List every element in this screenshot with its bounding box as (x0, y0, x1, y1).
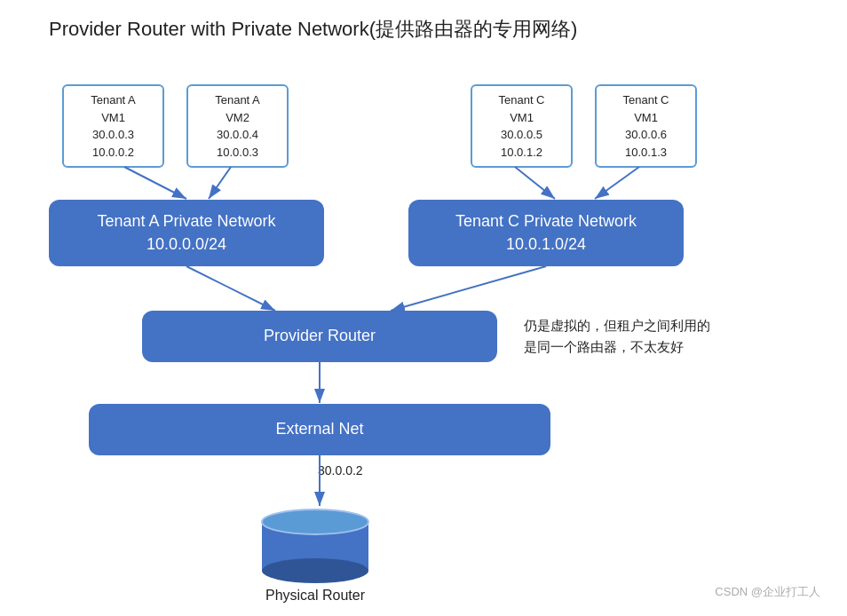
svg-line-11 (391, 266, 546, 311)
page-title: Provider Router with Private Network(提供路… (49, 16, 577, 43)
external-net: External Net (89, 404, 550, 455)
provider-router: Provider Router (142, 311, 497, 362)
ip-label: 30.0.0.2 (318, 463, 363, 478)
annotation: 仍是虚拟的，但租户之间利用的 是同一个路由器，不太友好 (524, 315, 710, 358)
svg-line-10 (186, 266, 275, 311)
vm-a2: Tenant AVM230.0.0.410.0.0.3 (186, 84, 289, 168)
svg-line-7 (209, 167, 231, 199)
net-a: Tenant A Private Network10.0.0.0/24 (49, 200, 324, 266)
svg-line-8 (515, 167, 555, 199)
svg-line-6 (124, 167, 186, 199)
vm-c1: Tenant CVM130.0.0.510.0.1.2 (471, 84, 573, 168)
watermark: CSDN @企业打工人 (715, 584, 820, 600)
net-c: Tenant C Private Network10.0.1.0/24 (408, 200, 684, 266)
vm-c2: Tenant CVM130.0.0.610.0.1.3 (595, 84, 697, 168)
physical-router-label: Physical Router (250, 588, 380, 604)
physical-router (253, 506, 377, 589)
svg-line-9 (595, 167, 639, 199)
svg-point-1 (262, 558, 368, 583)
vm-a1: Tenant AVM130.0.0.310.0.0.2 (62, 84, 164, 168)
